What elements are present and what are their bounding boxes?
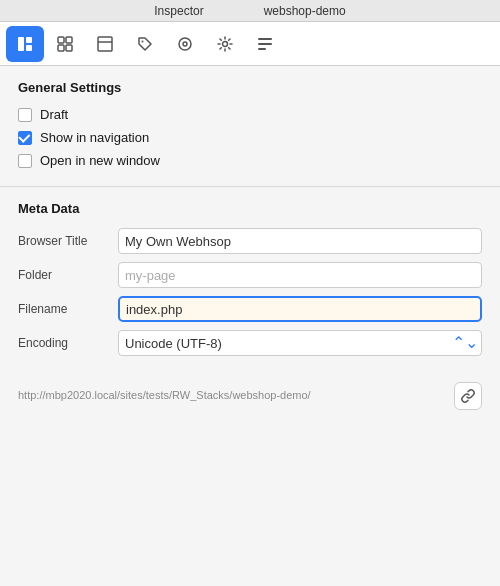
toolbar-btn-layout[interactable]: [6, 26, 44, 62]
panel-icon: [96, 35, 114, 53]
layout-icon: [16, 35, 34, 53]
encoding-row: Encoding Unicode (UTF-8) UTF-16 ISO-8859…: [18, 330, 482, 356]
checkbox-row-new-window: Open in new window: [18, 153, 482, 168]
content: General Settings Draft Show in navigatio…: [0, 66, 500, 586]
encoding-select[interactable]: Unicode (UTF-8) UTF-16 ISO-8859-1: [118, 330, 482, 356]
checkbox-row-show-nav: Show in navigation: [18, 130, 482, 145]
checkbox-row-draft: Draft: [18, 107, 482, 122]
filename-input[interactable]: [118, 296, 482, 322]
svg-rect-1: [26, 37, 32, 43]
svg-rect-7: [98, 37, 112, 51]
svg-rect-6: [66, 45, 72, 51]
svg-rect-14: [258, 43, 272, 45]
link-button[interactable]: [454, 382, 482, 410]
svg-rect-2: [26, 45, 32, 51]
encoding-label: Encoding: [18, 336, 118, 350]
top-bar: Inspector webshop-demo: [0, 0, 500, 22]
svg-rect-3: [58, 37, 64, 43]
draft-label[interactable]: Draft: [40, 107, 68, 122]
grid-icon: [56, 35, 74, 53]
link-icon: [460, 388, 476, 404]
toolbar-btn-tag[interactable]: [126, 26, 164, 62]
inspector-label: Inspector: [154, 4, 203, 18]
svg-rect-4: [66, 37, 72, 43]
svg-point-9: [142, 40, 144, 42]
meta-data-title: Meta Data: [18, 201, 482, 216]
meta-data-section: Meta Data Browser Title Folder Filename …: [0, 187, 500, 374]
svg-point-12: [223, 41, 228, 46]
draft-checkbox[interactable]: [18, 108, 32, 122]
folder-row: Folder: [18, 262, 482, 288]
svg-rect-0: [18, 37, 24, 51]
encoding-select-wrapper: Unicode (UTF-8) UTF-16 ISO-8859-1 ⌃⌄: [118, 330, 482, 356]
url-text: http://mbp2020.local/sites/tests/RW_Stac…: [18, 388, 448, 403]
svg-point-11: [183, 42, 187, 46]
browser-title-input[interactable]: [118, 228, 482, 254]
show-nav-label[interactable]: Show in navigation: [40, 130, 149, 145]
browser-title-row: Browser Title: [18, 228, 482, 254]
toolbar-btn-panel[interactable]: [86, 26, 124, 62]
target-icon: [176, 35, 194, 53]
extra-icon: [256, 35, 274, 53]
folder-input[interactable]: [118, 262, 482, 288]
filename-label: Filename: [18, 302, 118, 316]
svg-rect-5: [58, 45, 64, 51]
general-settings-section: General Settings Draft Show in navigatio…: [0, 66, 500, 186]
toolbar-btn-grid[interactable]: [46, 26, 84, 62]
new-window-label[interactable]: Open in new window: [40, 153, 160, 168]
url-row: http://mbp2020.local/sites/tests/RW_Stac…: [0, 374, 500, 422]
svg-point-10: [179, 38, 191, 50]
demo-label: webshop-demo: [264, 4, 346, 18]
toolbar-btn-target[interactable]: [166, 26, 204, 62]
svg-rect-13: [258, 38, 272, 40]
toolbar-btn-extra[interactable]: [246, 26, 284, 62]
general-settings-title: General Settings: [18, 80, 482, 95]
new-window-checkbox[interactable]: [18, 154, 32, 168]
svg-rect-15: [258, 48, 266, 50]
show-nav-checkbox[interactable]: [18, 131, 32, 145]
filename-row: Filename: [18, 296, 482, 322]
toolbar-btn-gear[interactable]: [206, 26, 244, 62]
gear-icon: [216, 35, 234, 53]
browser-title-label: Browser Title: [18, 234, 118, 248]
toolbar: [0, 22, 500, 66]
tag-icon: [136, 35, 154, 53]
folder-label: Folder: [18, 268, 118, 282]
